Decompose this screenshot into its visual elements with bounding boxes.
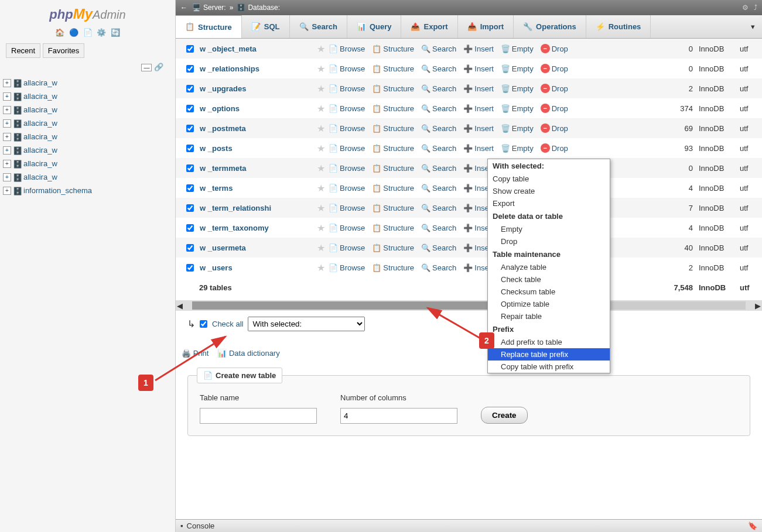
empty-action[interactable]: 🗑️Empty (501, 144, 534, 153)
expand-icon[interactable]: + (3, 133, 11, 141)
bookmark-icon[interactable]: 🔖 (748, 521, 757, 530)
favorites-button[interactable]: Favorites (43, 43, 84, 58)
db-tree-item[interactable]: +🗄️allacira_w (3, 116, 172, 130)
menu-copy-prefix[interactable]: Copy table with prefix (488, 361, 610, 373)
row-checkbox[interactable] (186, 264, 194, 272)
settings-icon[interactable]: ⚙️ (97, 28, 106, 37)
table-name[interactable]: w _posts (200, 144, 317, 153)
tab-operations[interactable]: 🔧Operations (514, 15, 586, 38)
favorite-icon[interactable]: ★ (317, 123, 329, 134)
favorite-icon[interactable]: ★ (317, 242, 329, 253)
favorite-icon[interactable]: ★ (317, 202, 329, 214)
browse-action[interactable]: 📄Browse (329, 104, 365, 113)
browse-action[interactable]: 📄Browse (329, 84, 365, 93)
structure-action[interactable]: 📋Structure (372, 243, 414, 252)
table-name[interactable]: w _object_meta (200, 44, 317, 53)
recent-button[interactable]: Recent (6, 43, 40, 58)
expand-icon[interactable]: + (3, 160, 11, 168)
insert-action[interactable]: ➕Insert (463, 144, 494, 153)
table-name[interactable]: w _options (200, 104, 317, 113)
menu-replace-prefix[interactable]: Replace table prefix (488, 348, 610, 361)
db-tree-item[interactable]: +🗄️allacira_w (3, 143, 172, 157)
search-action[interactable]: 🔍Search (421, 224, 456, 232)
table-name-input[interactable] (200, 408, 317, 424)
db-tree-item[interactable]: +🗄️information_schema (3, 184, 172, 197)
tab-query[interactable]: 📊Query (347, 15, 402, 38)
row-checkbox[interactable] (186, 65, 194, 73)
table-name[interactable]: w _term_relationshi (200, 204, 317, 212)
browse-action[interactable]: 📄Browse (329, 164, 365, 173)
table-name[interactable]: w _terms (200, 184, 317, 193)
browse-action[interactable]: 📄Browse (329, 263, 365, 272)
favorite-icon[interactable]: ★ (317, 43, 329, 54)
create-button[interactable]: Create (481, 407, 528, 424)
tab-structure[interactable]: 📋Structure (176, 15, 242, 38)
browse-action[interactable]: 📄Browse (329, 204, 365, 212)
structure-action[interactable]: 📋Structure (372, 44, 414, 53)
num-columns-input[interactable] (340, 408, 457, 424)
favorite-icon[interactable]: ★ (317, 143, 329, 154)
insert-action[interactable]: ➕Insert (463, 104, 494, 113)
tab-sql[interactable]: 📝SQL (242, 15, 290, 38)
drop-action[interactable]: −Drop (541, 123, 568, 133)
table-name[interactable]: w _upgrades (200, 84, 317, 93)
menu-check[interactable]: Check table (488, 273, 610, 286)
logo[interactable]: phpMyAdmin (0, 0, 175, 25)
back-icon[interactable]: ← (180, 4, 187, 12)
collapse-all-icon[interactable]: — (141, 64, 152, 71)
expand-icon[interactable]: + (3, 173, 11, 181)
browse-action[interactable]: 📄Browse (329, 243, 365, 252)
table-name[interactable]: w _usermeta (200, 243, 317, 252)
search-action[interactable]: 🔍Search (421, 184, 456, 193)
empty-action[interactable]: 🗑️Empty (501, 44, 534, 53)
reload-icon[interactable]: 🔄 (111, 28, 120, 37)
expand-icon[interactable]: + (3, 119, 11, 128)
browse-action[interactable]: 📄Browse (329, 184, 365, 193)
scroll-right-icon[interactable]: ▶ (754, 301, 762, 310)
breadcrumb-server-label[interactable]: Server: (203, 4, 226, 12)
search-action[interactable]: 🔍Search (421, 64, 456, 73)
structure-action[interactable]: 📋Structure (372, 64, 414, 73)
db-tree-item[interactable]: +🗄️allacira_w (3, 76, 172, 90)
drop-action[interactable]: −Drop (541, 84, 568, 93)
insert-action[interactable]: ➕Insert (463, 64, 494, 73)
menu-copy-table[interactable]: Copy table (488, 173, 610, 185)
expand-icon[interactable]: + (3, 92, 11, 101)
db-tree-item[interactable]: +🗄️allacira_w (3, 157, 172, 170)
menu-optimize[interactable]: Optimize table (488, 298, 610, 310)
scroll-left-icon[interactable]: ◀ (176, 301, 184, 310)
search-action[interactable]: 🔍Search (421, 204, 456, 212)
empty-action[interactable]: 🗑️Empty (501, 64, 534, 73)
row-checkbox[interactable] (186, 164, 194, 172)
db-tree-item[interactable]: +🗄️allacira_w (3, 103, 172, 116)
row-checkbox[interactable] (186, 125, 194, 132)
favorite-icon[interactable]: ★ (317, 262, 329, 273)
menu-checksum[interactable]: Checksum table (488, 286, 610, 298)
search-action[interactable]: 🔍Search (421, 144, 456, 153)
favorite-icon[interactable]: ★ (317, 103, 329, 114)
empty-action[interactable]: 🗑️Empty (501, 124, 534, 133)
scroll-track[interactable] (192, 301, 746, 310)
print-link[interactable]: 🖨️ Print (182, 349, 209, 358)
row-checkbox[interactable] (186, 45, 194, 53)
favorite-icon[interactable]: ★ (317, 222, 329, 234)
tab-export[interactable]: 📤Export (401, 15, 457, 38)
search-action[interactable]: 🔍Search (421, 44, 456, 53)
menu-drop[interactable]: Drop (488, 235, 610, 248)
row-checkbox[interactable] (186, 85, 194, 92)
db-tree-item[interactable]: +🗄️allacira_w (3, 90, 172, 103)
menu-repair[interactable]: Repair table (488, 310, 610, 322)
menu-show-create[interactable]: Show create (488, 185, 610, 197)
menu-export[interactable]: Export (488, 197, 610, 210)
structure-action[interactable]: 📋Structure (372, 144, 414, 153)
expand-icon[interactable]: + (3, 79, 11, 87)
structure-action[interactable]: 📋Structure (372, 104, 414, 113)
drop-action[interactable]: −Drop (541, 104, 568, 113)
drop-action[interactable]: −Drop (541, 64, 568, 73)
structure-action[interactable]: 📋Structure (372, 184, 414, 193)
favorite-icon[interactable]: ★ (317, 163, 329, 174)
tab-routines[interactable]: ⚡Routines (586, 15, 651, 38)
insert-action[interactable]: ➕Insert (463, 44, 494, 53)
structure-action[interactable]: 📋Structure (372, 84, 414, 93)
check-all-checkbox[interactable] (200, 320, 207, 328)
